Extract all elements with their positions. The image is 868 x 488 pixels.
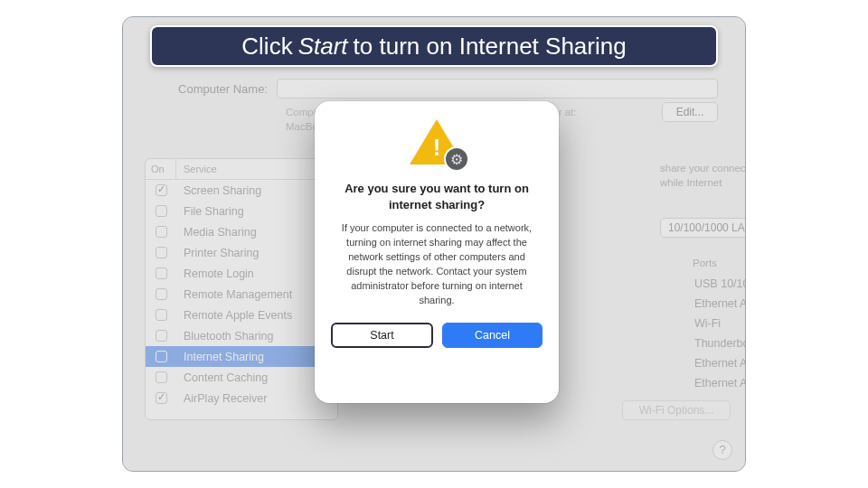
service-label: Media Sharing xyxy=(176,226,337,239)
service-label: Remote Login xyxy=(176,267,337,280)
service-checkbox[interactable] xyxy=(156,371,167,383)
services-header-on: On xyxy=(146,159,176,179)
share-from-value: 10/100/1000 LAN xyxy=(668,221,746,234)
service-checkbox[interactable] xyxy=(156,392,167,404)
service-label: Printer Sharing xyxy=(176,247,337,259)
service-row[interactable]: File Sharing xyxy=(146,201,337,221)
service-row[interactable]: Internet Sharing xyxy=(146,346,337,367)
dialog-buttons: Start Cancel xyxy=(331,323,542,348)
service-checkbox[interactable] xyxy=(156,226,167,238)
service-row[interactable]: Remote Login xyxy=(146,263,337,284)
port-row[interactable]: Ethernet Adapter (en6) xyxy=(662,373,746,393)
port-row[interactable]: Ethernet Adapter (en4) xyxy=(662,294,746,314)
start-button[interactable]: Start xyxy=(331,323,433,348)
computer-name-label: Computer Name: xyxy=(159,82,277,96)
port-row[interactable]: Ethernet Adapter (en5) xyxy=(662,353,746,373)
edit-button[interactable]: Edit... xyxy=(662,102,718,122)
port-row[interactable]: USB 10/100/1000 LAN xyxy=(662,274,746,294)
service-label: AirPlay Receiver xyxy=(176,392,337,405)
service-label: File Sharing xyxy=(176,205,337,218)
dialog-body: If your computer is connected to a netwo… xyxy=(331,221,542,308)
service-checkbox[interactable] xyxy=(156,184,167,196)
service-checkbox[interactable] xyxy=(156,330,167,342)
service-checkbox[interactable] xyxy=(156,288,167,300)
service-checkbox[interactable] xyxy=(156,267,167,279)
computer-name-field[interactable] xyxy=(277,79,718,99)
service-row[interactable]: AirPlay Receiver xyxy=(146,388,337,408)
share-from-select[interactable]: 10/100/1000 LAN ˄˅ xyxy=(660,218,746,238)
service-row[interactable]: Content Caching xyxy=(146,367,337,388)
wifi-options-button[interactable]: Wi-Fi Options... xyxy=(622,400,731,420)
services-header: On Service xyxy=(146,159,337,180)
service-checkbox[interactable] xyxy=(156,205,167,217)
port-row[interactable]: Wi-Fi xyxy=(662,314,746,333)
service-checkbox[interactable] xyxy=(156,309,167,321)
service-label: Content Caching xyxy=(176,371,337,384)
services-panel: On Service Screen SharingFile SharingMed… xyxy=(145,158,338,420)
service-label: Remote Management xyxy=(176,288,337,301)
service-row[interactable]: Screen Sharing xyxy=(146,180,337,201)
gear-icon: ⚙ xyxy=(444,146,469,172)
dialog-title: Are you sure you want to turn on interne… xyxy=(331,181,542,212)
instruction-banner: Click Start to turn on Internet Sharing xyxy=(150,25,718,67)
service-label: Internet Sharing xyxy=(176,351,337,363)
cancel-button[interactable]: Cancel xyxy=(442,323,542,348)
ports-list: USB 10/100/1000 LANEthernet Adapter (en4… xyxy=(662,274,746,393)
port-row[interactable]: Thunderbolt Bridge xyxy=(662,333,746,353)
service-label: Screen Sharing xyxy=(176,184,337,197)
service-label: Remote Apple Events xyxy=(176,309,337,322)
service-checkbox[interactable] xyxy=(156,247,167,258)
service-row[interactable]: Media Sharing xyxy=(146,221,337,242)
warning-icon: ⚙ xyxy=(410,119,464,168)
service-row[interactable]: Remote Management xyxy=(146,284,337,305)
help-button[interactable]: ? xyxy=(712,440,732,460)
service-row[interactable]: Printer Sharing xyxy=(146,242,337,263)
service-row[interactable]: Bluetooth Sharing xyxy=(146,325,337,346)
confirm-dialog: ⚙ Are you sure you want to turn on inter… xyxy=(315,101,559,403)
service-checkbox[interactable] xyxy=(156,351,167,362)
sharing-description: share your connection to the won't sleep… xyxy=(660,162,746,190)
ports-header: Ports xyxy=(693,258,717,268)
service-row[interactable]: Remote Apple Events xyxy=(146,305,337,325)
service-label: Bluetooth Sharing xyxy=(176,330,337,343)
services-header-service: Service xyxy=(176,159,337,179)
